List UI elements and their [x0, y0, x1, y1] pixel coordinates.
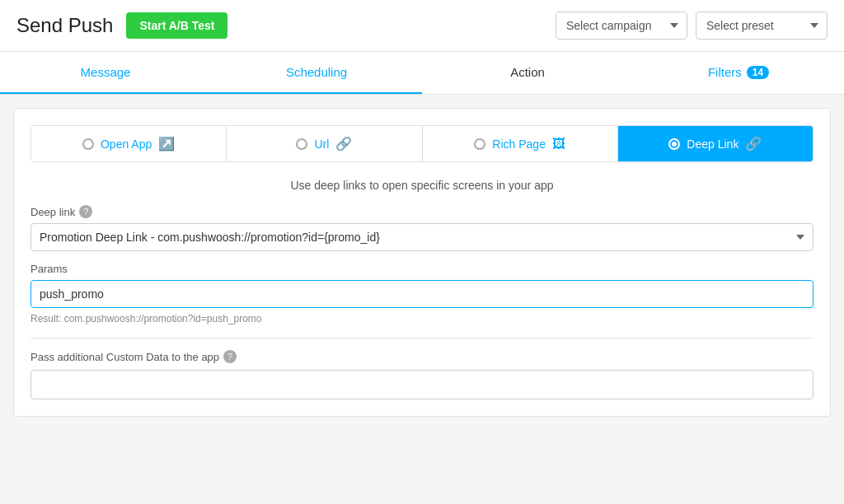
- tabs-bar: Message Scheduling Action Filters 14: [0, 52, 844, 95]
- action-type-url[interactable]: Url 🔗: [227, 126, 422, 161]
- deep-link-icon: 🔗: [745, 136, 762, 152]
- top-bar: Send Push Start A/B Test Select campaign…: [0, 0, 844, 52]
- custom-data-label: Pass additional Custom Data to the app ?: [30, 350, 814, 363]
- params-label: Params: [30, 263, 814, 275]
- deep-link-field-label: Deep link ?: [30, 205, 814, 218]
- params-input[interactable]: [30, 280, 814, 308]
- action-type-bar: Open App ↗️ Url 🔗 Rich Page 🖼 Deep Link …: [30, 125, 814, 162]
- tab-filters[interactable]: Filters 14: [633, 52, 844, 94]
- top-bar-right: Select campaign Select preset: [556, 12, 828, 40]
- open-app-icon: ↗️: [158, 136, 175, 152]
- rich-page-label: Rich Page: [492, 138, 546, 151]
- custom-data-help-icon[interactable]: ?: [223, 350, 237, 363]
- result-text: Result: com.pushwoosh://promotion?id=pus…: [30, 313, 814, 324]
- action-panel: Open App ↗️ Url 🔗 Rich Page 🖼 Deep Link …: [13, 108, 831, 417]
- tab-message[interactable]: Message: [0, 52, 211, 94]
- radio-deep-link: [668, 138, 680, 150]
- url-icon: 🔗: [335, 136, 352, 152]
- url-label: Url: [314, 138, 329, 151]
- action-type-open-app[interactable]: Open App ↗️: [31, 126, 227, 161]
- ab-test-button[interactable]: Start A/B Test: [126, 12, 227, 39]
- filters-badge: 14: [747, 66, 769, 79]
- tab-scheduling[interactable]: Scheduling: [211, 52, 422, 94]
- rich-page-icon: 🖼: [552, 137, 565, 152]
- select-campaign-dropdown[interactable]: Select campaign: [556, 12, 687, 40]
- deep-link-select[interactable]: Promotion Deep Link - com.pushwoosh://pr…: [30, 223, 814, 251]
- page-title: Send Push: [16, 14, 113, 37]
- deep-link-description: Use deep links to open specific screens …: [30, 179, 814, 192]
- radio-open-app: [82, 138, 94, 150]
- custom-data-input[interactable]: [30, 370, 814, 399]
- select-preset-dropdown[interactable]: Select preset: [696, 12, 828, 40]
- radio-url: [296, 138, 307, 150]
- top-bar-left: Send Push Start A/B Test: [16, 12, 227, 39]
- divider: [30, 338, 814, 338]
- action-type-deep-link[interactable]: Deep Link 🔗: [618, 126, 813, 161]
- deep-link-help-icon[interactable]: ?: [79, 205, 92, 218]
- action-type-rich-page[interactable]: Rich Page 🖼: [423, 126, 618, 161]
- open-app-label: Open App: [101, 138, 152, 151]
- radio-rich-page: [474, 138, 485, 150]
- tab-action[interactable]: Action: [422, 52, 633, 94]
- deep-link-label: Deep Link: [687, 138, 738, 151]
